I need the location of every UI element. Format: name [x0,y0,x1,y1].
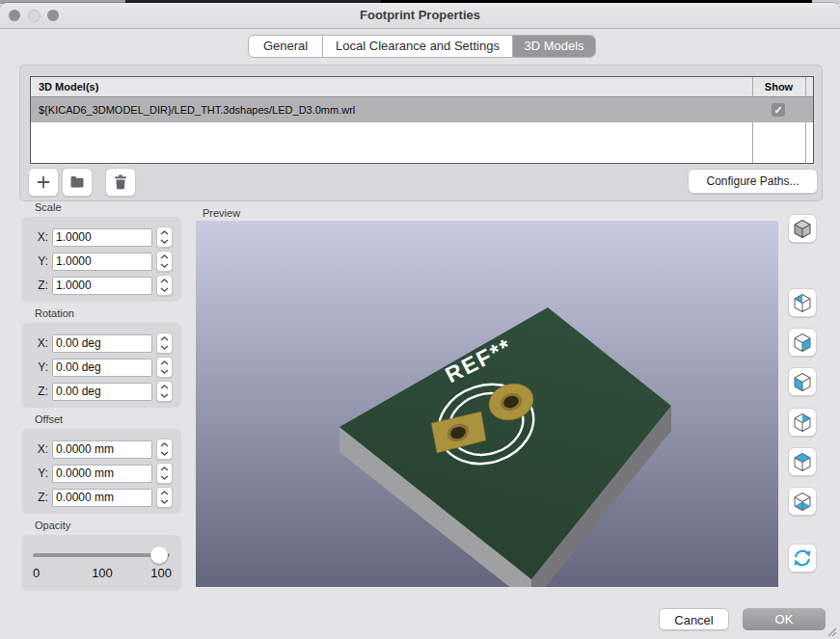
axis-label: X: [31,442,48,456]
scale-x-input[interactable] [52,228,152,247]
rotation-x-row: X: [31,333,173,353]
titlebar[interactable]: Footprint Properties [0,3,840,29]
axis-label: Y: [31,360,48,374]
offset-y-row: Y: [31,464,173,483]
window-title: Footprint Properties [0,3,840,28]
scale-z-input[interactable] [52,277,152,295]
rotation-z-stepper[interactable] [156,381,173,402]
chevron-up-icon [160,230,169,235]
offset-z-input[interactable] [52,489,152,507]
axonometric-cube-icon [791,217,814,241]
configure-paths-button[interactable]: Configure Paths... [688,169,818,194]
axis-label: Z: [31,491,48,504]
offset-group: X: Y: Z: [21,429,181,514]
scale-z-stepper[interactable] [156,275,173,296]
cube-bottom-face-icon [791,490,814,514]
tab-local-clearance[interactable]: Local Clearance and Settings [322,36,512,57]
view-top-button[interactable] [788,447,817,476]
tab-3d-models[interactable]: 3D Models [512,36,595,57]
view-front-button[interactable] [788,367,817,396]
chevron-down-icon [160,345,169,350]
offset-x-row: X: [31,439,173,459]
axis-label: Y: [31,254,48,268]
rotation-y-stepper[interactable] [156,357,173,378]
chevron-up-icon [160,279,169,283]
axis-label: Z: [31,385,48,398]
models-panel: 3D Model(s) Show ${KICAD6_3DMODEL_DIR}/L… [19,65,823,201]
offset-x-input[interactable] [52,440,152,459]
refresh-view-button[interactable] [788,544,817,572]
scale-label: Scale [35,201,62,213]
offset-label: Offset [35,413,63,425]
trash-icon [114,174,127,190]
folder-icon [69,175,85,189]
ok-button[interactable]: OK [743,608,826,630]
view-axonometric-button[interactable] [788,214,817,243]
chevron-down-icon [160,451,169,456]
browse-model-button[interactable] [62,168,93,197]
chevron-up-icon [160,360,169,365]
offset-y-stepper[interactable] [156,463,173,484]
chevron-down-icon [160,263,169,268]
view-bottom-button[interactable] [788,487,817,516]
rotation-x-input[interactable] [52,334,152,353]
chevron-down-icon [160,393,169,398]
axis-label: Y: [31,466,48,480]
opacity-min-label: 0 [33,566,40,580]
cube-back-face-icon [791,411,814,435]
model-path: ${KICAD6_3DMODEL_DIR}/LED_THT.3dshapes/L… [39,97,355,122]
chevron-down-icon [160,475,169,480]
chevron-up-icon [160,336,169,341]
offset-y-input[interactable] [52,465,152,483]
rotation-y-input[interactable] [52,359,152,377]
plus-icon [36,174,51,190]
axis-label: X: [31,230,48,244]
view-left-button[interactable] [788,288,817,317]
cube-right-face-icon [791,331,814,355]
view-back-button[interactable] [788,408,817,437]
column-header-model: 3D Model(s) [39,77,98,96]
model-table-header: 3D Model(s) Show [31,77,813,97]
chevron-up-icon [160,442,169,447]
rotation-z-row: Z: [31,382,173,401]
offset-z-stepper[interactable] [156,487,173,508]
scale-y-stepper[interactable] [156,251,173,272]
scale-x-stepper[interactable] [156,226,173,248]
offset-z-row: Z: [31,488,173,507]
resize-grip[interactable] [826,626,837,637]
cube-left-face-icon [791,291,814,315]
delete-model-button[interactable] [105,168,136,197]
rotation-z-input[interactable] [52,383,152,401]
axis-label: Z: [31,279,48,292]
chevron-up-icon [160,254,169,259]
refresh-icon [792,547,813,569]
opacity-max-label: 100 [133,566,172,580]
chevron-up-icon [160,466,169,471]
rotation-x-stepper[interactable] [156,333,173,354]
add-model-button[interactable] [28,168,59,197]
column-header-show: Show [752,77,805,96]
opacity-group: 0 100 100 [21,535,181,591]
offset-x-stepper[interactable] [156,439,173,460]
scale-z-row: Z: [31,276,173,295]
show-checkbox[interactable]: ✓ [772,103,785,117]
table-row[interactable]: ${KICAD6_3DMODEL_DIR}/LED_THT.3dshapes/L… [31,97,813,122]
scale-group: X: Y: Z: [21,217,181,302]
cancel-button[interactable]: Cancel [659,608,729,630]
scale-y-input[interactable] [52,253,152,271]
tab-general[interactable]: General [249,36,322,57]
opacity-slider-thumb[interactable] [150,546,168,564]
pcb-3d-render: REF** [196,221,778,587]
axis-label: X: [31,336,48,350]
view-right-button[interactable] [788,328,817,357]
preview-label: Preview [203,207,240,219]
chevron-down-icon [160,499,169,504]
footprint-properties-dialog: Footprint Properties General Local Clear… [0,3,840,639]
chevron-up-icon [160,385,169,389]
chevron-down-icon [160,239,169,244]
chevron-down-icon [160,369,169,374]
cube-top-face-icon [791,450,814,474]
preview-3d-viewport[interactable]: REF** [196,221,778,587]
chevron-down-icon [160,287,169,292]
opacity-slider-track[interactable] [33,553,170,557]
